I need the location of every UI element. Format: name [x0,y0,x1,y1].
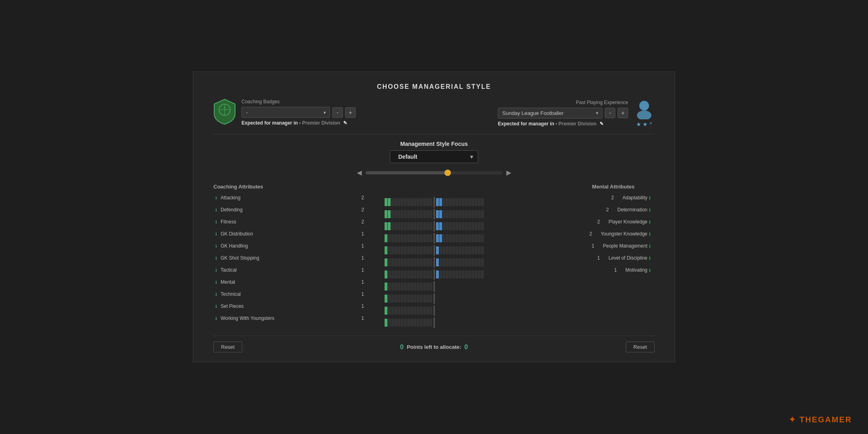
attr-info-icon[interactable]: ℹ [213,244,219,248]
bar-segment [401,319,403,327]
reset-left-button[interactable]: Reset [213,342,242,352]
bar-segment [478,222,481,230]
bar-segment [459,246,461,254]
bar-segment [442,270,445,278]
bar-segment [455,234,458,242]
mental-info-icon[interactable]: ℹ [649,208,651,212]
bar-segment [446,198,448,206]
bar-segment [468,222,471,230]
coaching-badges-minus-btn[interactable]: - [332,107,343,118]
bar-segment [420,307,423,315]
bar-segment [455,258,458,266]
coaching-badges-dropdown[interactable]: - [242,107,330,118]
bar-segment [465,210,468,218]
mental-info-icon[interactable]: ℹ [649,268,651,272]
bar-segment [401,295,403,303]
reset-right-button[interactable]: Reset [626,342,655,352]
bar-segment [385,246,387,254]
bar-segment [391,246,394,254]
bar-segment [407,246,410,254]
bar-segment [439,246,442,254]
bar-segment [420,270,423,278]
past-playing-label: Past Playing Experience [498,100,628,105]
slider-thumb[interactable] [444,170,451,176]
attr-info-icon[interactable]: ℹ [213,268,219,272]
mental-info-icon[interactable]: ℹ [649,220,651,224]
mental-attrs-header: Mental Attributes [502,184,655,190]
attr-info-icon[interactable]: ℹ [213,232,219,236]
style-focus-dropdown[interactable]: Default [390,150,478,163]
past-playing-plus-btn[interactable]: + [618,108,628,118]
bar-segment [410,295,413,303]
coaching-attr-name: Attacking [221,195,356,201]
attr-info-icon[interactable]: ℹ [213,196,219,200]
bar-segment [414,258,416,266]
attr-info-icon[interactable]: ℹ [213,208,219,212]
bar-segment [449,222,452,230]
bar-segment [471,210,474,218]
past-playing-dropdown[interactable]: Sunday League Footballer [498,108,602,119]
bar-segment [388,234,391,242]
mental-info-icon[interactable]: ℹ [649,232,651,236]
past-playing-minus-btn[interactable]: - [605,108,615,118]
attr-info-icon[interactable]: ℹ [213,280,219,285]
bar-segment [414,283,416,291]
points-left-value: 0 [400,344,404,351]
mental-attr-name: Motivating [625,267,647,273]
coaching-attr-name: GK Shot Stopping [221,255,356,261]
coaching-badges-plus-btn[interactable]: + [345,107,356,118]
bar-segment [391,295,394,303]
bar-segment [426,246,429,254]
slider-track[interactable] [366,171,502,174]
coaching-attr-row: ℹMental1 [213,276,366,288]
bar-segment [388,258,391,266]
mental-attrs-list: 2Adaptabilityℹ2Determinationℹ2Player Kno… [502,192,655,276]
mental-info-icon[interactable]: ℹ [649,196,651,200]
bar-segment [417,198,420,206]
attr-info-icon[interactable]: ℹ [213,292,219,297]
center-bars-row [370,293,498,304]
coaching-attr-value: 2 [356,207,364,213]
slider-right-arrow-icon[interactable]: ▶ [506,169,511,176]
bar-segment [404,234,407,242]
bar-segment [397,270,400,278]
bar-segment [407,319,410,327]
mental-attr-value: 1 [597,255,605,261]
bar-segment [391,258,394,266]
bar-segment [475,234,477,242]
coaching-attr-value: 2 [356,219,364,225]
mental-attr-value: 1 [614,267,622,273]
bar-segment [417,258,420,266]
bar-segment [426,258,429,266]
mental-info-icon[interactable]: ℹ [649,256,651,260]
bar-segment [404,295,407,303]
slider-left-arrow-icon[interactable]: ◀ [357,169,362,176]
center-divider [434,305,435,316]
bar-segment [426,234,429,242]
bar-segment [388,198,391,206]
center-bars-row [370,317,498,328]
center-divider [434,221,435,231]
bar-segment [471,258,474,266]
mental-info-icon[interactable]: ℹ [649,244,651,248]
attr-info-icon[interactable]: ℹ [213,256,219,260]
slider-fill [366,171,450,174]
coaching-attr-row: ℹAttacking2 [213,192,366,203]
bar-segment [430,295,432,303]
bar-segment [426,283,429,291]
bar-segment [459,234,461,242]
past-playing-edit-icon[interactable]: ✎ [600,121,604,127]
attr-info-icon[interactable]: ℹ [213,304,219,309]
coaching-edit-icon[interactable]: ✎ [343,120,347,126]
coaching-attr-row: ℹWorking With Youngsters1 [213,313,366,324]
bar-segment [436,234,439,242]
bar-segment [439,198,442,206]
bar-segment [468,258,471,266]
attr-info-icon[interactable]: ℹ [213,220,219,224]
bar-segment [426,270,429,278]
bar-segment [478,270,481,278]
bar-segment [423,258,426,266]
mental-bar-group [436,198,488,206]
bar-segment [391,210,394,218]
attr-info-icon[interactable]: ℹ [213,316,219,321]
